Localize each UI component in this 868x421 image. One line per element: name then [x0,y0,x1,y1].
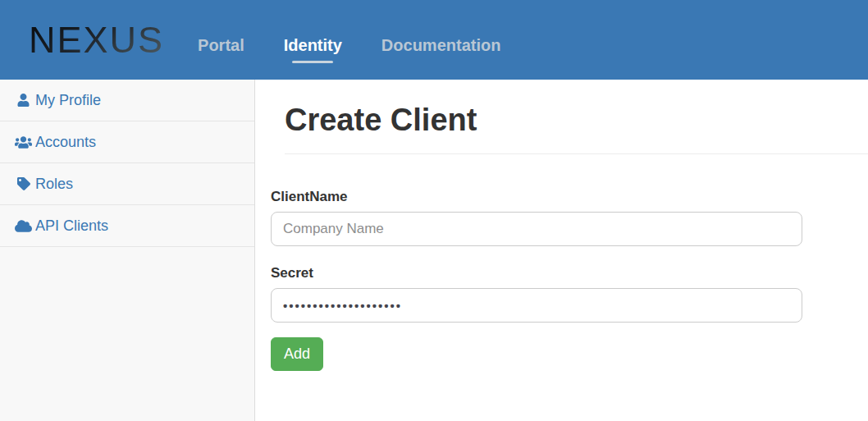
nexus-logo[interactable]: NEXUS [29,21,164,58]
user-icon [14,94,33,107]
main-content: Create Client ClientName Secret Add [255,80,868,421]
sidebar-item-label: Roles [35,176,73,193]
sidebar-item-roles[interactable]: Roles [0,163,254,205]
title-divider [285,153,868,154]
sidebar-item-accounts[interactable]: Accounts [0,121,254,163]
nav-item-identity-label: Identity [284,36,342,54]
users-icon [14,135,33,149]
nav-item-documentation[interactable]: Documentation [381,37,501,53]
nav-item-identity[interactable]: Identity [284,37,342,53]
app-window: NEXUS Portal Identity Documentation My P… [0,0,868,421]
active-nav-underline [292,61,333,63]
tag-icon [14,177,33,190]
cloud-icon [14,219,33,233]
top-navbar: NEXUS Portal Identity Documentation [0,0,868,80]
client-name-label: ClientName [271,189,802,205]
nav-item-portal[interactable]: Portal [198,37,244,53]
sidebar-item-label: API Clients [35,217,108,235]
page-title: Create Client [285,102,868,138]
add-button[interactable]: Add [271,337,323,371]
main-nav: Portal Identity Documentation [198,27,500,53]
client-name-input[interactable] [271,212,802,246]
create-client-form: ClientName Secret Add [271,189,802,371]
sidebar-item-label: My Profile [35,92,101,109]
sidebar-item-api-clients[interactable]: API Clients [0,205,254,247]
sidebar: My Profile Accounts Roles API Clients [0,80,255,421]
secret-label: Secret [271,265,802,281]
secret-input[interactable] [271,288,802,323]
sidebar-item-my-profile[interactable]: My Profile [0,80,254,121]
sidebar-item-label: Accounts [35,134,96,151]
